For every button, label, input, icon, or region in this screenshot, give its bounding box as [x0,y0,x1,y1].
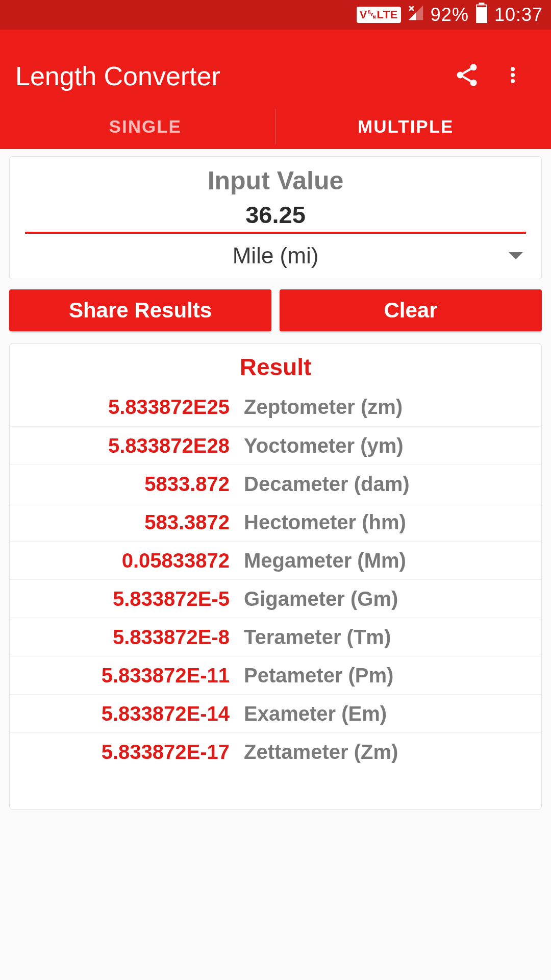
result-unit: Decameter (dam) [237,473,541,496]
result-row: 5.833872E-5 Gigameter (Gm) [10,579,541,618]
result-unit: Petameter (Pm) [237,664,541,687]
results-list[interactable]: 5.833872E25 Zeptometer (zm) 5.833872E28 … [10,388,541,809]
result-unit: Zeptometer (zm) [237,396,541,419]
results-header: Result [10,344,541,388]
result-value: 5.833872E-5 [10,587,237,610]
input-value-field[interactable] [25,201,526,234]
result-unit: Zettameter (Zm) [237,741,541,764]
svg-point-7 [470,80,477,86]
clear-button[interactable]: Clear [280,289,542,331]
result-value: 5.833872E-11 [10,664,237,687]
tabs: SINGLE MULTIPLE [15,104,536,149]
unit-select-text: Mile (mi) [233,243,319,268]
input-card: Input Value Mile (mi) [9,156,542,279]
button-row: Share Results Clear [9,289,542,331]
share-results-button[interactable]: Share Results [9,289,271,331]
result-value: 5833.872 [10,473,237,496]
result-row: 5.833872E-14 Exameter (Em) [10,694,541,732]
result-unit: Exameter (Em) [237,702,541,725]
result-row: 5.833872E-17 Zettameter (Zm) [10,732,541,771]
input-label: Input Value [25,166,526,195]
battery-icon [475,3,488,28]
result-value: 5.833872E28 [10,434,237,457]
status-bar: V␖LTE 92% 10:37 [0,0,551,30]
svg-point-10 [511,79,515,83]
content: Input Value Mile (mi) Share Results Clea… [0,149,551,810]
result-unit: Megameter (Mm) [237,549,541,572]
svg-rect-4 [477,5,486,7]
result-row: 5.833872E-11 Petameter (Pm) [10,656,541,694]
more-icon[interactable] [490,62,536,90]
result-unit: Gigameter (Gm) [237,587,541,610]
result-value: 5.833872E-8 [10,626,237,649]
svg-point-8 [511,67,515,71]
tab-single[interactable]: SINGLE [15,116,276,137]
chevron-down-icon [509,252,523,259]
share-icon[interactable] [444,62,490,90]
result-value: 0.05833872 [10,549,237,572]
battery-percentage: 92% [431,4,469,26]
result-row: 5.833872E-8 Terameter (Tm) [10,618,541,656]
result-row: 5833.872 Decameter (dam) [10,464,541,503]
result-row: 5.833872E28 Yoctometer (ym) [10,426,541,464]
result-row: 583.3872 Hectometer (hm) [10,503,541,541]
page-title: Length Converter [15,61,444,91]
result-row: 0.05833872 Megameter (Mm) [10,541,541,579]
results-card: Result 5.833872E25 Zeptometer (zm) 5.833… [9,344,542,810]
result-unit: Yoctometer (ym) [237,434,541,457]
tab-multiple[interactable]: MULTIPLE [276,116,536,137]
svg-point-6 [457,72,464,79]
result-unit: Hectometer (hm) [237,511,541,534]
result-value: 583.3872 [10,511,237,534]
result-value: 5.833872E25 [10,396,237,419]
result-unit: Terameter (Tm) [237,626,541,649]
result-row: 5.833872E25 Zeptometer (zm) [10,388,541,426]
result-value: 5.833872E-17 [10,741,237,764]
clock: 10:37 [494,4,543,26]
svg-rect-2 [479,3,484,5]
unit-select[interactable]: Mile (mi) [25,243,526,268]
result-value: 5.833872E-14 [10,702,237,725]
svg-point-5 [470,64,477,70]
volte-badge: V␖LTE [357,7,401,23]
signal-icon [407,4,424,26]
svg-point-9 [511,73,515,77]
app-bar: Length Converter SINGLE MULTIPLE [0,30,551,149]
